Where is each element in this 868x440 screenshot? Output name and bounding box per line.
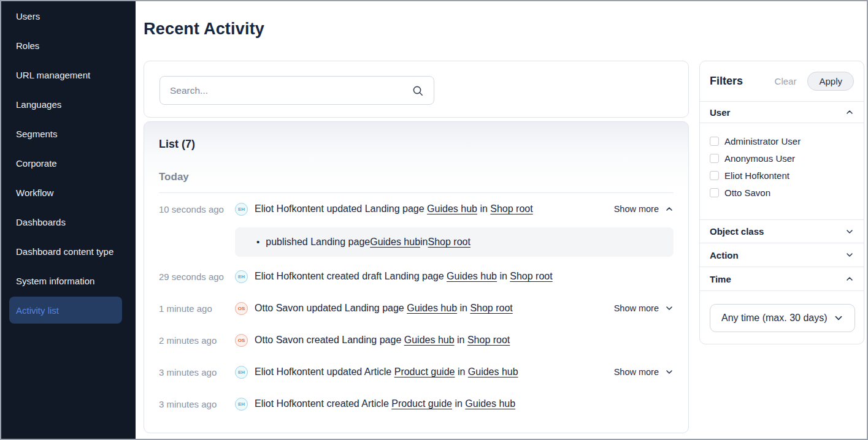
content-link[interactable]: Guides hub — [370, 237, 420, 248]
activity-description: Eliot Hofkontent created draft Landing p… — [255, 271, 674, 282]
filter-section-label: Time — [710, 274, 731, 284]
avatar-eh: EH — [235, 398, 248, 411]
activity-description: Eliot Hofkontent updated Article Product… — [255, 366, 607, 377]
search-input[interactable] — [170, 85, 412, 96]
search-icon[interactable] — [412, 85, 424, 97]
avatar-os: OS — [235, 334, 248, 347]
content-link[interactable]: Guides hub — [447, 271, 497, 281]
content-link[interactable]: Product guide — [394, 366, 455, 377]
activity-text: Otto Savon created Landing page — [255, 335, 404, 345]
filters-title: Filters — [710, 75, 775, 88]
content-link[interactable]: Guides hub — [404, 335, 455, 345]
filter-section-object-class[interactable]: Object class — [700, 219, 864, 243]
filter-section-action[interactable]: Action — [700, 243, 864, 267]
location-link[interactable]: Shop root — [510, 271, 552, 281]
activity-list-screen: Users Roles URL management Languages Seg… — [0, 0, 868, 440]
show-more-toggle[interactable]: Show more — [614, 204, 674, 214]
clear-button[interactable]: Clear — [775, 76, 797, 86]
chevron-up-icon — [665, 205, 674, 213]
activity-text: Eliot Hofkontent updated Landing page — [255, 203, 427, 214]
list-title: List (7) — [159, 138, 674, 151]
user-option-administrator[interactable]: Administrator User — [710, 136, 854, 146]
checkbox[interactable] — [710, 171, 719, 180]
sidebar-item-roles[interactable]: Roles — [1, 31, 136, 60]
show-more-toggle[interactable]: Show more — [614, 303, 674, 313]
location-link[interactable]: Shop root — [428, 237, 470, 248]
user-option-anonymous[interactable]: Anonymous User — [710, 153, 854, 164]
filter-section-label: User — [710, 107, 730, 118]
bullet-icon — [256, 237, 266, 248]
location-link[interactable]: Guides hub — [468, 366, 518, 377]
user-filter-options: Administrator User Anonymous User Eliot … — [700, 123, 864, 219]
sidebar-item-system-information[interactable]: System information — [1, 266, 136, 295]
filter-section-user[interactable]: User — [700, 102, 864, 123]
activity-text: in — [457, 303, 470, 313]
sidebar-item-dashboards[interactable]: Dashboards — [1, 207, 136, 237]
activity-row: 1 minute ago OS Otto Savon updated Landi… — [159, 292, 674, 324]
location-link[interactable]: Shop root — [490, 203, 532, 214]
activity-text: in — [477, 203, 490, 214]
activity-detail-box: published Landing page Guides hub in Sho… — [235, 227, 674, 257]
show-more-label: Show more — [614, 367, 659, 377]
activity-description: Otto Savon updated Landing page Guides h… — [255, 303, 607, 314]
sidebar-item-users[interactable]: Users — [1, 1, 136, 31]
activity-text: in — [455, 366, 467, 377]
time-filter-body: Any time (max. 30 days) — [700, 291, 864, 332]
avatar-eh: EH — [235, 203, 248, 216]
group-label-today: Today — [159, 171, 674, 183]
activity-description: Eliot Hofkontent updated Landing page Gu… — [255, 203, 607, 214]
checkbox[interactable] — [710, 188, 719, 197]
activity-text: in — [452, 398, 465, 409]
filters-header: Filters Clear Apply — [700, 61, 864, 102]
activity-text: Eliot Hofkontent updated Article — [255, 366, 394, 377]
activity-row: 3 minutes ago EH Eliot Hofkontent update… — [159, 356, 674, 388]
sidebar-item-languages[interactable]: Languages — [1, 89, 136, 119]
user-option-eliot[interactable]: Eliot Hofkontent — [710, 170, 854, 181]
checkbox[interactable] — [710, 137, 719, 146]
search-card — [144, 61, 689, 118]
sidebar-item-dashboard-content-type[interactable]: Dashboard content type — [1, 237, 136, 266]
content-link[interactable]: Guides hub — [407, 303, 457, 313]
show-more-label: Show more — [614, 303, 659, 313]
filter-section-label: Action — [710, 250, 739, 260]
time-range-select[interactable]: Any time (max. 30 days) — [710, 304, 855, 332]
activity-timestamp: 2 minutes ago — [159, 335, 235, 346]
checkbox[interactable] — [710, 154, 719, 163]
time-range-value: Any time (max. 30 days) — [721, 313, 834, 324]
chevron-down-icon — [834, 313, 843, 323]
location-link[interactable]: Shop root — [467, 335, 510, 345]
sidebar-item-activity-list[interactable]: Activity list — [9, 297, 122, 324]
search-box — [159, 76, 434, 105]
show-more-toggle[interactable]: Show more — [614, 367, 674, 377]
checkbox-label: Otto Savon — [724, 188, 770, 198]
sidebar-item-segments[interactable]: Segments — [1, 119, 136, 148]
chevron-up-icon — [845, 108, 854, 116]
sidebar-item-workflow[interactable]: Workflow — [1, 178, 136, 207]
activity-text: in — [455, 335, 467, 345]
sidebar-item-corporate[interactable]: Corporate — [1, 148, 136, 178]
activity-description: Otto Savon created Landing page Guides h… — [255, 335, 674, 346]
avatar-os: OS — [235, 302, 248, 315]
sidebar-item-url-management[interactable]: URL management — [1, 60, 136, 89]
page-title: Recent Activity — [144, 20, 264, 39]
chevron-down-icon — [845, 251, 854, 259]
avatar-eh: EH — [235, 270, 248, 283]
content-link[interactable]: Guides hub — [427, 203, 477, 214]
checkbox-label: Anonymous User — [724, 153, 795, 164]
activity-timestamp: 3 minutes ago — [159, 399, 235, 409]
filter-section-time[interactable]: Time — [700, 267, 864, 291]
checkbox-label: Eliot Hofkontent — [724, 170, 789, 181]
activity-text: Eliot Hofkontent created draft Landing p… — [255, 271, 447, 281]
chevron-down-icon — [665, 304, 674, 313]
user-option-otto[interactable]: Otto Savon — [710, 188, 854, 198]
activity-row: 2 minutes ago OS Otto Savon created Land… — [159, 324, 674, 356]
detail-text: in — [420, 237, 428, 248]
filters-panel: Filters Clear Apply User Administrator U… — [699, 61, 864, 344]
apply-button[interactable]: Apply — [807, 72, 854, 91]
activity-text: Otto Savon updated Landing page — [255, 303, 407, 313]
content-link[interactable]: Product guide — [391, 398, 452, 409]
location-link[interactable]: Shop root — [470, 303, 512, 313]
location-link[interactable]: Guides hub — [465, 398, 515, 409]
filter-section-label: Object class — [710, 226, 764, 237]
activity-row: 29 seconds ago EH Eliot Hofkontent creat… — [159, 260, 674, 292]
